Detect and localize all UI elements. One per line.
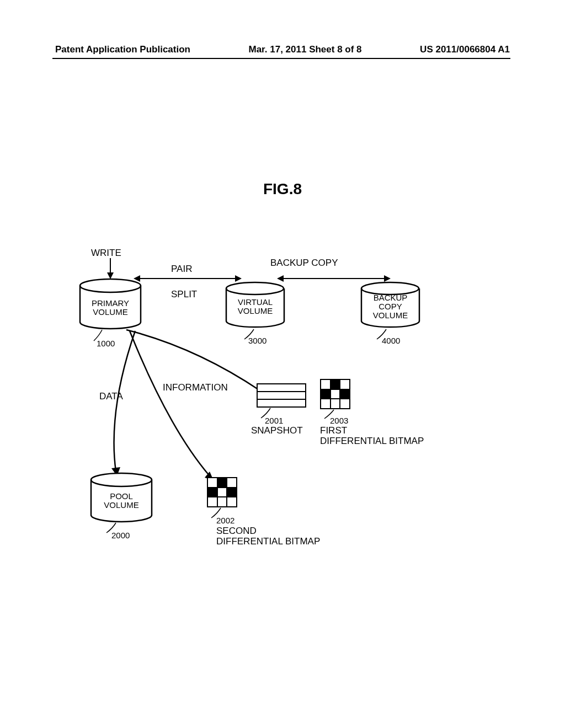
label-backup-copy: BACKUP COPY	[270, 258, 338, 269]
diagram-fig8: WRITE PAIR SPLIT BACKUP COPY PRIMARY VOL…	[66, 232, 491, 574]
label-split: SPLIT	[171, 290, 197, 300]
svg-point-11	[226, 282, 284, 295]
label-virtual-volume: VIRTUAL VOLUME	[229, 298, 281, 315]
label-first-diff: FIRST DIFFERENTIAL BITMAP	[320, 426, 424, 446]
first-bitmap	[320, 379, 350, 409]
label-second-diff: SECOND DIFFERENTIAL BITMAP	[216, 526, 320, 547]
header-right: US 2011/0066804 A1	[420, 44, 510, 55]
label-snapshot: SNAPSHOT	[251, 426, 303, 436]
figure-title: FIG.8	[0, 180, 565, 198]
label-primary-volume: PRIMARY VOLUME	[83, 299, 138, 317]
ref-2002: 2002	[216, 516, 234, 525]
arrow-write	[105, 258, 116, 280]
ref-4000: 4000	[382, 336, 400, 345]
ref-2003: 2003	[330, 416, 348, 425]
label-data: DATA	[99, 392, 123, 402]
page-header: Patent Application Publication Mar. 17, …	[0, 44, 565, 55]
snapshot-table	[257, 383, 306, 408]
ref-2001: 2001	[265, 416, 283, 425]
svg-marker-4	[235, 275, 242, 282]
second-bitmap	[207, 477, 237, 507]
arrow-to-bitmap2	[124, 328, 223, 488]
label-pool-volume: POOL VOLUME	[97, 492, 146, 510]
label-backup-copy-volume: BACKUP COPY VOLUME	[364, 293, 417, 319]
svg-marker-6	[277, 275, 284, 282]
svg-marker-7	[384, 275, 391, 282]
svg-point-20	[91, 473, 152, 486]
label-write: WRITE	[91, 248, 121, 259]
header-middle: Mar. 17, 2011 Sheet 8 of 8	[249, 44, 362, 55]
svg-marker-1	[107, 272, 114, 279]
header-rule	[52, 58, 510, 59]
header-left: Patent Application Publication	[55, 44, 190, 55]
svg-point-8	[80, 279, 141, 292]
ref-2000: 2000	[111, 531, 130, 540]
